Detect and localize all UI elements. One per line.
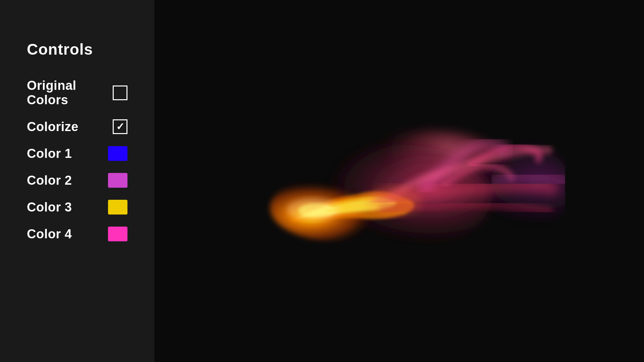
- transition-glow: [367, 186, 421, 216]
- colorize-checkbox[interactable]: [113, 119, 127, 134]
- color2-swatch[interactable]: [108, 173, 127, 188]
- color1-label: Color 1: [27, 146, 72, 161]
- color2-row: Color 2: [27, 173, 127, 188]
- colorize-row: Colorize: [27, 119, 127, 134]
- main-container: Controls Original Colors Colorize Color …: [0, 0, 644, 362]
- color4-swatch[interactable]: [108, 227, 127, 241]
- flame-visualization: [263, 121, 565, 255]
- color3-swatch[interactable]: [108, 200, 127, 215]
- preview-canvas: [154, 0, 644, 362]
- original-colors-checkbox[interactable]: [113, 85, 127, 100]
- original-colors-row: Original Colors: [27, 78, 127, 107]
- controls-title: Controls: [27, 40, 127, 58]
- color4-label: Color 4: [27, 227, 72, 241]
- color4-row: Color 4: [27, 227, 127, 241]
- color1-row: Color 1: [27, 146, 127, 161]
- smoke-far-right: [498, 176, 562, 183]
- flame-svg: [263, 121, 565, 255]
- color2-label: Color 2: [27, 173, 72, 188]
- color3-label: Color 3: [27, 200, 72, 215]
- colorize-label: Colorize: [27, 120, 78, 134]
- original-colors-label: Original Colors: [27, 78, 113, 107]
- controls-panel: Controls Original Colors Colorize Color …: [0, 0, 154, 362]
- color3-row: Color 3: [27, 200, 127, 215]
- color1-swatch[interactable]: [108, 146, 127, 161]
